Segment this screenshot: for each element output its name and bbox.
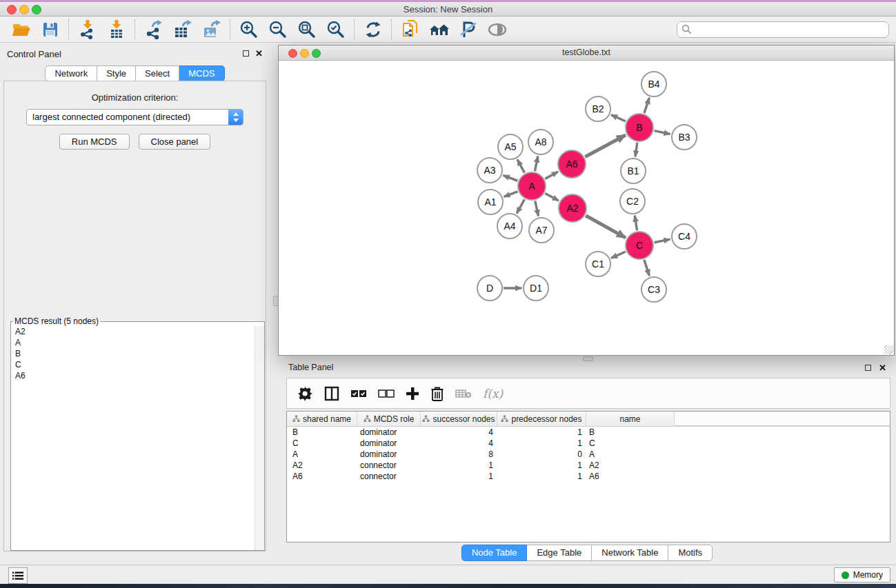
- zoom-in-icon[interactable]: [235, 18, 263, 41]
- result-item-a6[interactable]: A6: [11, 370, 255, 381]
- cell-predecessor_nodes[interactable]: 1: [497, 471, 586, 482]
- cell-shared_name[interactable]: B: [287, 427, 357, 438]
- graph-edge-b-b1[interactable]: [635, 143, 637, 156]
- cell-shared_name[interactable]: A2: [287, 460, 357, 471]
- cell-mcds_role[interactable]: dominator: [357, 438, 421, 449]
- task-history-list-icon[interactable]: [8, 567, 28, 584]
- graph-edge-b-b2[interactable]: [611, 115, 626, 121]
- graph-edge-a-a7[interactable]: [535, 201, 539, 216]
- export-network-icon[interactable]: [139, 18, 168, 41]
- graph-node-a2[interactable]: A2: [558, 194, 587, 223]
- cell-name[interactable]: C: [586, 438, 675, 449]
- result-scrollbar[interactable]: [255, 326, 264, 550]
- result-item-b[interactable]: B: [11, 348, 255, 359]
- cell-successor_nodes[interactable]: 4: [421, 438, 497, 449]
- cell-name[interactable]: A2: [586, 460, 675, 471]
- graph-edge-a-a4[interactable]: [517, 199, 524, 213]
- close-table-panel-icon[interactable]: ✕: [879, 363, 886, 372]
- result-item-c[interactable]: C: [11, 359, 255, 370]
- graph-node-a8[interactable]: A8: [528, 129, 554, 155]
- cell-predecessor_nodes[interactable]: 0: [497, 449, 586, 460]
- zoom-out-icon[interactable]: [263, 18, 292, 41]
- graph-edge-a-a8[interactable]: [535, 156, 537, 172]
- tab-network[interactable]: Network: [45, 65, 97, 81]
- graph-edge-a-a5[interactable]: [517, 159, 524, 172]
- tab-select[interactable]: Select: [136, 65, 179, 81]
- column-header-cell-name[interactable]: name: [586, 412, 675, 426]
- search-box[interactable]: [677, 21, 889, 38]
- graph-node-c3[interactable]: C3: [641, 276, 667, 303]
- graph-edge-b-b3[interactable]: [655, 131, 670, 134]
- graph-node-a[interactable]: A: [517, 172, 546, 201]
- tab-style[interactable]: Style: [97, 65, 136, 81]
- graph-node-b4[interactable]: B4: [641, 71, 667, 97]
- import-network-icon[interactable]: [73, 18, 102, 41]
- cell-predecessor_nodes[interactable]: 1: [497, 427, 586, 438]
- open-file-icon[interactable]: [7, 18, 36, 41]
- import-table-icon[interactable]: [102, 18, 131, 41]
- table-row-b[interactable]: Bdominator41B: [287, 427, 890, 438]
- graph-edge-a-a6[interactable]: [545, 172, 558, 179]
- export-image-icon[interactable]: [197, 18, 226, 41]
- graph-node-a7[interactable]: A7: [528, 217, 555, 243]
- select-all-rows-icon[interactable]: [350, 383, 367, 404]
- float-table-panel-icon[interactable]: [865, 365, 871, 371]
- delete-column-trash-icon[interactable]: [430, 383, 444, 404]
- cell-name[interactable]: A6: [586, 471, 675, 482]
- table-row-a[interactable]: Adominator80A: [287, 449, 890, 460]
- graph-node-a4[interactable]: A4: [497, 213, 523, 239]
- graph-node-c[interactable]: C: [625, 231, 654, 260]
- graph-node-d1[interactable]: D1: [523, 275, 549, 301]
- graph-edge-c-c4[interactable]: [655, 239, 670, 243]
- graph-node-c4[interactable]: C4: [671, 223, 697, 250]
- graph-node-a1[interactable]: A1: [477, 189, 504, 215]
- column-header-cell-shared-name[interactable]: shared name: [287, 412, 357, 426]
- refresh-icon[interactable]: [359, 18, 388, 41]
- toggle-labels-icon[interactable]: [454, 18, 483, 41]
- result-item-a2[interactable]: A2: [11, 326, 255, 337]
- search-input[interactable]: [692, 23, 884, 35]
- graph-edge-c-c1[interactable]: [611, 252, 626, 258]
- home-icon[interactable]: [425, 18, 454, 41]
- export-table-icon[interactable]: [168, 18, 197, 41]
- run-mcds-button[interactable]: Run MCDS: [59, 134, 130, 150]
- tab-node-table[interactable]: Node Table: [461, 545, 528, 561]
- cell-mcds_role[interactable]: connector: [357, 460, 421, 471]
- tab-network-table[interactable]: Network Table: [592, 545, 668, 561]
- criterion-select[interactable]: largest connected component (directed): [26, 109, 243, 125]
- show-columns-icon[interactable]: [324, 383, 339, 404]
- close-panel-icon[interactable]: ✕: [255, 49, 263, 58]
- column-header-cell-mcds-role[interactable]: MCDS role: [357, 412, 421, 426]
- graph-node-a3[interactable]: A3: [477, 157, 503, 183]
- tab-motifs[interactable]: Motifs: [668, 545, 713, 561]
- graph-edge-a-a2[interactable]: [545, 193, 558, 201]
- cell-shared_name[interactable]: C: [287, 438, 357, 449]
- graph-edge-a-a3[interactable]: [504, 175, 518, 181]
- graph-node-c1[interactable]: C1: [585, 251, 611, 277]
- cell-predecessor_nodes[interactable]: 1: [497, 438, 586, 449]
- table-row-c[interactable]: Cdominator41C: [287, 438, 890, 449]
- table-row-a2[interactable]: A2connector11A2: [287, 460, 890, 471]
- cell-mcds_role[interactable]: dominator: [357, 427, 421, 438]
- cell-successor_nodes[interactable]: 8: [421, 449, 497, 460]
- cell-shared_name[interactable]: A6: [287, 471, 357, 482]
- graph-edge-b-b4[interactable]: [644, 98, 649, 113]
- table-row-a6[interactable]: A6connector11A6: [287, 471, 890, 482]
- cell-mcds_role[interactable]: dominator: [357, 449, 421, 460]
- table-settings-gear-icon[interactable]: [298, 383, 313, 404]
- cell-successor_nodes[interactable]: 1: [421, 460, 497, 471]
- network-canvas[interactable]: B4B2BB3A5A8A6B1A3AC2A1A2A4A7C4CC1C3DD1: [279, 61, 894, 355]
- memory-button[interactable]: Memory: [834, 567, 890, 582]
- graph-node-b[interactable]: B: [625, 113, 654, 142]
- graph-node-c2[interactable]: C2: [619, 188, 646, 214]
- column-header-cell-successor-nodes[interactable]: successor nodes: [421, 412, 497, 426]
- graph-edge-c-c2[interactable]: [635, 216, 637, 231]
- float-panel-icon[interactable]: [243, 50, 249, 57]
- cell-name[interactable]: B: [586, 427, 675, 438]
- save-session-icon[interactable]: [36, 18, 65, 41]
- graph-node-b3[interactable]: B3: [671, 124, 697, 150]
- graph-node-b1[interactable]: B1: [620, 158, 646, 184]
- cell-mcds_role[interactable]: connector: [357, 471, 421, 482]
- create-column-plus-icon[interactable]: [406, 383, 419, 404]
- cell-name[interactable]: A: [586, 449, 675, 460]
